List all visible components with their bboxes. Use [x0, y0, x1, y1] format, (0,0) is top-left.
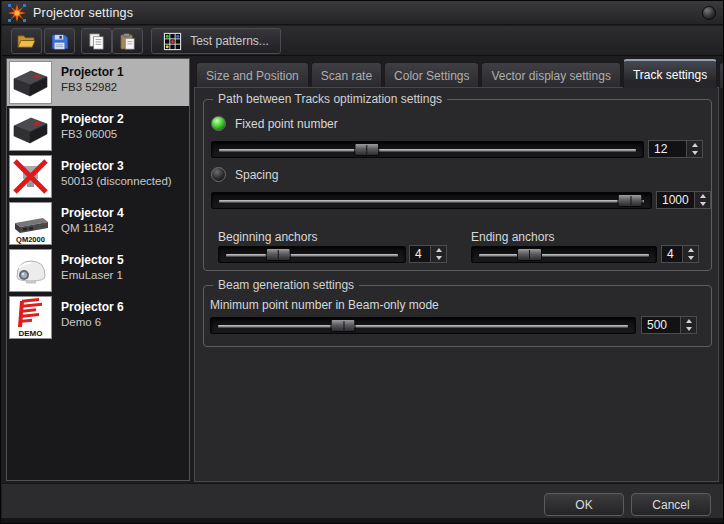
spinner — [686, 141, 702, 157]
window-bottom-edge — [1, 518, 724, 524]
fixed-point-number-option[interactable]: Fixed point number — [211, 116, 338, 131]
value-display[interactable]: 12 — [649, 141, 686, 157]
tab-label: Scan rate — [321, 69, 372, 83]
tab-track-settings[interactable]: Track settings — [623, 59, 717, 88]
value-display[interactable]: 500 — [642, 317, 680, 333]
slider-handle[interactable] — [354, 143, 379, 156]
svg-text:QM2000: QM2000 — [16, 235, 45, 244]
spinner — [694, 192, 710, 208]
projector-title: Projector 3 — [61, 159, 172, 173]
tab-scan-rate[interactable]: Scan rate — [311, 62, 382, 88]
fixed-point-number-value[interactable]: 12 — [648, 140, 703, 158]
title-bar[interactable]: Projector settings — [2, 1, 724, 25]
beginning-anchors-slider[interactable] — [218, 246, 406, 263]
tab-information[interactable]: i Information — [719, 62, 724, 88]
arrow-up-icon — [436, 248, 442, 252]
projector-item-text: Projector 6 Demo 6 — [61, 296, 124, 339]
beginning-anchors-value[interactable]: 4 — [409, 245, 447, 263]
tab-color-settings[interactable]: Color Settings — [384, 62, 479, 88]
qm2000-device-icon: QM2000 — [9, 202, 52, 245]
min-points-value[interactable]: 500 — [641, 316, 697, 334]
projector-list-item-6[interactable]: DEMO Projector 6 Demo 6 — [7, 294, 189, 341]
projector-subtitle: 50013 (disconnected) — [61, 175, 172, 187]
ending-anchors-value[interactable]: 4 — [661, 245, 699, 263]
ok-button[interactable]: OK — [544, 493, 624, 516]
spin-down-button[interactable] — [687, 149, 702, 157]
demo-device-icon: DEMO — [9, 296, 52, 339]
fb3-device-icon — [9, 61, 52, 104]
arrow-down-icon — [436, 256, 442, 260]
spacing-slider[interactable] — [211, 192, 652, 209]
test-patterns-icon — [163, 32, 182, 51]
toolbar: Test patterns... — [2, 26, 724, 56]
radio-icon[interactable] — [211, 167, 226, 182]
value-display[interactable]: 4 — [662, 246, 682, 262]
group-title: Path between Tracks optimization setting… — [213, 92, 447, 106]
spin-up-button[interactable] — [681, 317, 696, 325]
track-settings-page: Path between Tracks optimization setting… — [194, 87, 719, 482]
spin-up-button[interactable] — [683, 246, 698, 254]
projector-title: Projector 2 — [61, 112, 124, 126]
spacing-option[interactable]: Spacing — [211, 167, 278, 182]
slider-track — [219, 200, 644, 203]
fixed-point-number-label: Fixed point number — [235, 117, 338, 131]
spin-down-button[interactable] — [431, 254, 446, 262]
projector-subtitle: FB3 52982 — [61, 81, 124, 93]
value-display[interactable]: 4 — [410, 246, 430, 262]
tab-size-and-position[interactable]: Size and Position — [196, 62, 309, 88]
projector-item-text: Projector 3 50013 (disconnected) — [61, 155, 172, 198]
projector-item-text: Projector 2 FB3 06005 — [61, 108, 124, 151]
ok-button-label: OK — [575, 498, 592, 512]
slider-handle[interactable] — [331, 319, 356, 332]
arrow-up-icon — [686, 319, 692, 323]
spacing-label: Spacing — [235, 168, 278, 182]
paste-button[interactable] — [112, 28, 143, 54]
radio-icon[interactable] — [211, 116, 226, 131]
test-patterns-label: Test patterns... — [190, 34, 269, 48]
slider-handle[interactable] — [517, 248, 542, 261]
save-button[interactable] — [44, 28, 75, 54]
fixed-point-number-slider[interactable] — [211, 141, 644, 158]
fb3-device-icon — [9, 108, 52, 151]
arrow-up-icon — [700, 194, 706, 198]
spin-up-button[interactable] — [431, 246, 446, 254]
copy-button[interactable] — [81, 28, 112, 54]
arrow-down-icon — [700, 202, 706, 206]
projector-list-item-1[interactable]: Projector 1 FB3 52982 — [7, 59, 189, 106]
arrow-up-icon — [692, 143, 698, 147]
slider-handle[interactable] — [618, 194, 643, 207]
open-button[interactable] — [11, 28, 42, 54]
spin-down-button[interactable] — [681, 325, 696, 333]
slider-track — [218, 325, 628, 328]
projector-list-item-5[interactable]: Projector 5 EmuLaser 1 — [7, 247, 189, 294]
value-display[interactable]: 1000 — [657, 192, 694, 208]
spin-up-button[interactable] — [695, 192, 710, 200]
beginning-anchors-label: Beginning anchors — [218, 230, 317, 244]
spin-down-button[interactable] — [695, 200, 710, 208]
settings-tab-bar: Size and Position Scan rate Color Settin… — [196, 59, 724, 88]
projector-subtitle: EmuLaser 1 — [61, 269, 124, 281]
projector-item-text: Projector 4 QM 11842 — [61, 202, 124, 245]
projector-list-item-2[interactable]: Projector 2 FB3 06005 — [7, 106, 189, 153]
disconnected-device-icon — [9, 155, 52, 198]
tab-vector-display-settings[interactable]: Vector display settings — [481, 62, 620, 88]
tab-label: Track settings — [633, 68, 707, 82]
ending-anchors-slider[interactable] — [471, 246, 657, 263]
spin-up-button[interactable] — [687, 141, 702, 149]
projector-list-item-4[interactable]: QM2000 Projector 4 QM 11842 — [7, 200, 189, 247]
projector-list-item-3[interactable]: Projector 3 50013 (disconnected) — [7, 153, 189, 200]
paste-icon — [118, 32, 137, 51]
projector-title: Projector 1 — [61, 65, 124, 79]
test-patterns-button[interactable]: Test patterns... — [151, 28, 281, 54]
cancel-button[interactable]: Cancel — [631, 493, 711, 516]
tab-label: Vector display settings — [491, 69, 610, 83]
spin-down-button[interactable] — [683, 254, 698, 262]
projector-item-text: Projector 5 EmuLaser 1 — [61, 249, 124, 292]
ending-anchors-label: Ending anchors — [471, 230, 554, 244]
spacing-value[interactable]: 1000 — [656, 191, 711, 209]
projector-subtitle: QM 11842 — [61, 222, 124, 234]
laser-burst-icon — [8, 4, 26, 22]
close-button[interactable] — [702, 6, 716, 20]
min-points-slider[interactable] — [210, 317, 636, 334]
slider-handle[interactable] — [266, 248, 291, 261]
